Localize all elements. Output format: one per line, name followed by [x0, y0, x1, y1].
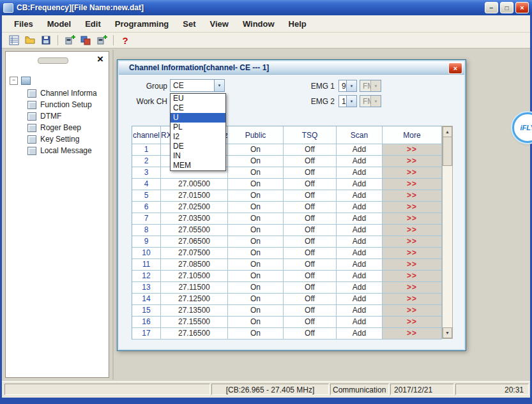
write-to-radio-icon[interactable] — [95, 34, 109, 47]
cell-more[interactable]: >> — [383, 190, 442, 202]
cell-tsq[interactable]: Off — [284, 179, 337, 190]
cell-more[interactable]: >> — [383, 225, 442, 236]
scroll-thumb[interactable] — [443, 137, 452, 166]
cell-channel[interactable]: 13 — [132, 282, 161, 294]
cell-more[interactable]: >> — [383, 248, 442, 259]
cell-tsq[interactable]: Off — [284, 294, 337, 305]
cell-public[interactable]: On — [228, 213, 284, 225]
cell-scan[interactable]: Add — [337, 259, 383, 271]
cell-freq[interactable]: 27.10500 — [161, 271, 228, 282]
cell-public[interactable]: On — [228, 317, 284, 328]
panel-close-icon[interactable]: × — [97, 54, 103, 65]
cell-public[interactable]: On — [228, 190, 284, 202]
cell-channel[interactable]: 17 — [132, 328, 161, 340]
cell-public[interactable]: On — [228, 305, 284, 317]
cell-more[interactable]: >> — [383, 144, 442, 156]
cell-public[interactable]: On — [228, 156, 284, 167]
cell-freq[interactable]: 27.08500 — [161, 259, 228, 271]
cell-more[interactable]: >> — [383, 317, 442, 328]
open-file-icon[interactable] — [23, 34, 37, 47]
save-icon[interactable] — [39, 34, 53, 47]
dropdown-arrow-icon[interactable]: ▼ — [346, 96, 356, 107]
channel-list-icon[interactable] — [7, 34, 21, 47]
dropdown-option-ce[interactable]: CE — [171, 103, 225, 113]
table-scrollbar[interactable]: ▲ ▼ — [442, 126, 453, 339]
cell-more[interactable]: >> — [383, 259, 442, 271]
tree-item-function-setup[interactable]: Function Setup — [27, 99, 107, 110]
cell-public[interactable]: On — [228, 236, 284, 248]
cell-public[interactable]: On — [228, 144, 284, 156]
cell-scan[interactable]: Add — [337, 282, 383, 294]
cell-more[interactable]: >> — [383, 305, 442, 317]
scroll-down-icon[interactable]: ▼ — [443, 327, 452, 338]
cell-scan[interactable]: Add — [337, 225, 383, 236]
menu-item-edit[interactable]: Edit — [78, 17, 108, 31]
cell-channel[interactable]: 16 — [132, 317, 161, 328]
cell-freq[interactable]: 27.00500 — [161, 179, 228, 190]
scroll-up-icon[interactable]: ▲ — [443, 126, 452, 137]
cell-scan[interactable]: Add — [337, 317, 383, 328]
read-from-radio-icon[interactable] — [63, 34, 77, 47]
cell-more[interactable]: >> — [383, 179, 442, 190]
cell-tsq[interactable]: Off — [284, 328, 337, 340]
dropdown-option-in[interactable]: IN — [171, 151, 225, 161]
dropdown-arrow-icon[interactable]: ▼ — [214, 80, 224, 91]
cell-public[interactable]: On — [228, 282, 284, 294]
tree-expander-icon[interactable]: − — [10, 77, 18, 85]
cell-tsq[interactable]: Off — [284, 248, 337, 259]
menu-item-set[interactable]: Set — [176, 17, 202, 31]
cell-more[interactable]: >> — [383, 213, 442, 225]
cell-channel[interactable]: 6 — [132, 202, 161, 213]
minimize-button[interactable]: − — [485, 2, 498, 13]
cell-more[interactable]: >> — [383, 156, 442, 167]
cell-scan[interactable]: Add — [337, 328, 383, 340]
dropdown-arrow-icon[interactable]: ▼ — [346, 80, 356, 91]
menu-item-window[interactable]: Window — [236, 17, 282, 31]
cell-scan[interactable]: Add — [337, 167, 383, 179]
cell-public[interactable]: On — [228, 202, 284, 213]
cell-scan[interactable]: Add — [337, 156, 383, 167]
cell-scan[interactable]: Add — [337, 294, 383, 305]
dropdown-option-u[interactable]: U — [171, 113, 225, 123]
menu-item-view[interactable]: View — [203, 17, 236, 31]
cell-channel[interactable]: 14 — [132, 294, 161, 305]
cell-tsq[interactable]: Off — [284, 271, 337, 282]
cell-tsq[interactable]: Off — [284, 236, 337, 248]
dropdown-option-pl[interactable]: PL — [171, 123, 225, 132]
cell-freq[interactable]: 27.12500 — [161, 294, 228, 305]
menu-item-files[interactable]: Files — [7, 17, 40, 31]
cell-tsq[interactable]: Off — [284, 282, 337, 294]
cell-freq[interactable]: 27.05500 — [161, 225, 228, 236]
tree-item-roger-beep[interactable]: Roger Beep — [27, 122, 107, 133]
cell-more[interactable]: >> — [383, 167, 442, 179]
cell-freq[interactable]: 27.02500 — [161, 202, 228, 213]
cell-scan[interactable]: Add — [337, 305, 383, 317]
cell-channel[interactable]: 3 — [132, 167, 161, 179]
cell-tsq[interactable]: Off — [284, 225, 337, 236]
cell-tsq[interactable]: Off — [284, 190, 337, 202]
maximize-button[interactable]: □ — [500, 2, 513, 13]
tree-item-local-message[interactable]: Local Message — [27, 145, 107, 156]
cell-tsq[interactable]: Off — [284, 202, 337, 213]
cell-more[interactable]: >> — [383, 328, 442, 340]
cell-channel[interactable]: 12 — [132, 271, 161, 282]
dropdown-option-mem[interactable]: MEM — [171, 161, 225, 170]
cell-channel[interactable]: 4 — [132, 179, 161, 190]
cell-more[interactable]: >> — [383, 282, 442, 294]
cell-public[interactable]: On — [228, 248, 284, 259]
group-combo[interactable]: CE ▼ — [170, 79, 225, 92]
cell-freq[interactable]: 27.03500 — [161, 213, 228, 225]
cell-scan[interactable]: Add — [337, 236, 383, 248]
cell-public[interactable]: On — [228, 167, 284, 179]
tree-root[interactable]: − — [10, 75, 107, 86]
cell-channel[interactable]: 5 — [132, 190, 161, 202]
cell-scan[interactable]: Add — [337, 190, 383, 202]
dialog-close-button[interactable]: × — [448, 63, 462, 74]
cell-scan[interactable]: Add — [337, 213, 383, 225]
cell-tsq[interactable]: Off — [284, 317, 337, 328]
dropdown-option-i2[interactable]: I2 — [171, 132, 225, 142]
cell-tsq[interactable]: Off — [284, 259, 337, 271]
cell-scan[interactable]: Add — [337, 144, 383, 156]
cell-channel[interactable]: 10 — [132, 248, 161, 259]
panel-splitter[interactable] — [112, 50, 114, 380]
